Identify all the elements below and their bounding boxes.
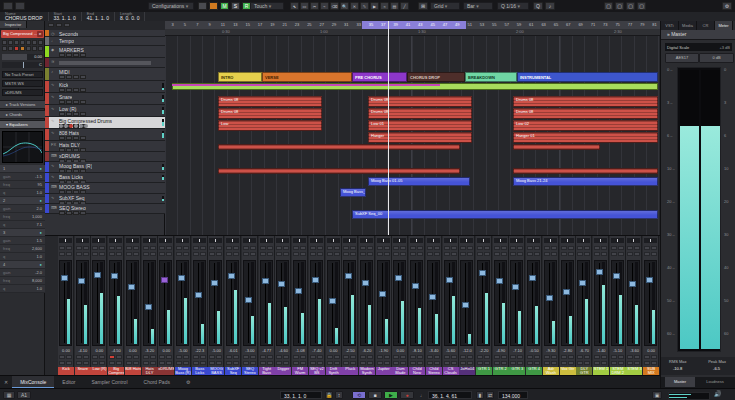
record-arm-button[interactable]	[611, 355, 617, 359]
write-button[interactable]	[568, 361, 574, 365]
read-button[interactable]	[611, 361, 617, 365]
insert-button[interactable]	[501, 252, 507, 256]
fader-zone[interactable]	[427, 260, 440, 346]
mute-button[interactable]	[59, 136, 65, 140]
fader-cap[interactable]	[429, 294, 436, 300]
fader-zone[interactable]	[594, 260, 607, 346]
edit-button[interactable]	[243, 252, 249, 256]
pan-control[interactable]	[159, 238, 172, 243]
fader-zone[interactable]	[477, 260, 490, 346]
midi-part-sub[interactable]	[172, 84, 440, 86]
write-button[interactable]	[350, 361, 356, 365]
edit-button[interactable]	[393, 252, 399, 256]
track-filter-icon[interactable]	[56, 23, 62, 27]
insert-button[interactable]	[99, 252, 105, 256]
record-arm-button[interactable]	[627, 355, 633, 359]
toolbar-setup-gear-icon[interactable]: ⚙	[722, 2, 732, 10]
track-row-hats-dly[interactable]: FXHats DLY	[45, 141, 165, 152]
write-button[interactable]	[651, 361, 657, 365]
inspector-mini-button[interactable]	[8, 46, 13, 51]
edit-button[interactable]	[92, 252, 98, 256]
edit-button[interactable]	[59, 252, 65, 256]
monitor-button[interactable]	[517, 355, 523, 359]
write-button[interactable]	[283, 361, 289, 365]
solo-button[interactable]	[367, 246, 373, 250]
insert-button[interactable]	[150, 252, 156, 256]
fader-cap[interactable]	[596, 269, 603, 275]
erase-tool-icon[interactable]: ⌫	[330, 2, 339, 10]
fader-zone[interactable]	[343, 260, 356, 346]
read-button[interactable]	[510, 361, 516, 365]
pan-control[interactable]	[143, 238, 156, 243]
meter-master-header[interactable]: » Master	[661, 30, 735, 40]
monitor-button[interactable]	[584, 355, 590, 359]
edit-button[interactable]	[494, 252, 500, 256]
solo-button[interactable]	[317, 246, 323, 250]
right-zone-toggle-icon[interactable]: ▢	[626, 2, 635, 10]
pan-control[interactable]	[310, 238, 323, 243]
solo-button[interactable]	[601, 246, 607, 250]
fader-cap[interactable]	[312, 277, 319, 283]
monitor-button[interactable]	[317, 355, 323, 359]
time-lock-icon[interactable]: 🔒	[325, 391, 333, 399]
pan-control[interactable]	[527, 238, 540, 243]
inspector-mini-button[interactable]	[8, 40, 13, 45]
stop-button[interactable]: ■	[368, 391, 382, 399]
monitor-button[interactable]	[80, 100, 86, 104]
record-arm-button[interactable]	[594, 355, 600, 359]
eq-band-2-q[interactable]: q7.1	[0, 221, 45, 229]
mute-button[interactable]	[59, 211, 65, 215]
write-button[interactable]	[99, 361, 105, 365]
monitor-button[interactable]	[434, 355, 440, 359]
mute-button[interactable]	[59, 53, 65, 57]
edit-button[interactable]	[143, 252, 149, 256]
monitor-button[interactable]	[183, 355, 189, 359]
read-button[interactable]	[627, 361, 633, 365]
fader-zone[interactable]	[527, 260, 540, 346]
pan-control[interactable]	[126, 238, 139, 243]
mixer-channel-stem-1[interactable]: -1.40STEM 1	[593, 236, 609, 376]
mixer-channel-child-new[interactable]: -8.10Child New	[409, 236, 425, 376]
mixer-channel-snare[interactable]: -4.10Snare	[75, 236, 91, 376]
mixer-channel-gtr-2[interactable]: -4.90GTR 2	[493, 236, 509, 376]
monitor-button[interactable]	[99, 355, 105, 359]
clip-kick[interactable]: Drums 08	[218, 96, 322, 107]
write-button[interactable]	[200, 361, 206, 365]
inspector-mini-button[interactable]	[26, 46, 31, 51]
write-button[interactable]	[334, 361, 340, 365]
zoom-tool-icon[interactable]: 🔍	[340, 2, 349, 10]
read-button[interactable]	[276, 361, 282, 365]
edit-button[interactable]	[226, 252, 232, 256]
insert-button[interactable]	[484, 252, 490, 256]
write-button[interactable]	[183, 361, 189, 365]
monitor-button[interactable]	[80, 53, 86, 57]
read-button[interactable]	[410, 361, 416, 365]
record-arm-button[interactable]	[310, 355, 316, 359]
fader-zone[interactable]	[293, 260, 306, 346]
read-button[interactable]	[460, 361, 466, 365]
write-button[interactable]	[250, 361, 256, 365]
monitor-button[interactable]	[283, 355, 289, 359]
mixer-channel-moog-bass-r-[interactable]: -5.00Moog Bass (R)	[175, 236, 191, 376]
fader-cap[interactable]	[446, 277, 453, 283]
read-button[interactable]	[594, 361, 600, 365]
record-arm-button[interactable]	[377, 355, 383, 359]
mute-button[interactable]	[193, 246, 199, 250]
eq-band-3-q[interactable]: q1.0	[0, 253, 45, 261]
insert-button[interactable]	[66, 252, 72, 256]
monitor-button[interactable]	[150, 355, 156, 359]
solo-button[interactable]	[66, 100, 72, 104]
inspector-mini-button[interactable]	[38, 46, 43, 51]
insert-button[interactable]	[551, 252, 557, 256]
inspector-mini-button[interactable]	[32, 46, 37, 51]
write-button[interactable]	[66, 361, 72, 365]
mixer-channel-dum-blade[interactable]: 0.00Dum Blade	[392, 236, 408, 376]
fader-cap[interactable]	[145, 304, 152, 310]
record-arm-button[interactable]	[327, 355, 333, 359]
mixer-channel-digger[interactable]: -4.60Digger	[275, 236, 291, 376]
pan-control[interactable]	[393, 238, 406, 243]
fader-cap[interactable]	[295, 288, 302, 294]
edit-button[interactable]	[193, 252, 199, 256]
round-button[interactable]	[79, 124, 83, 128]
mixer-channel-dly-gtr[interactable]: -6.70DLY GTR	[576, 236, 592, 376]
